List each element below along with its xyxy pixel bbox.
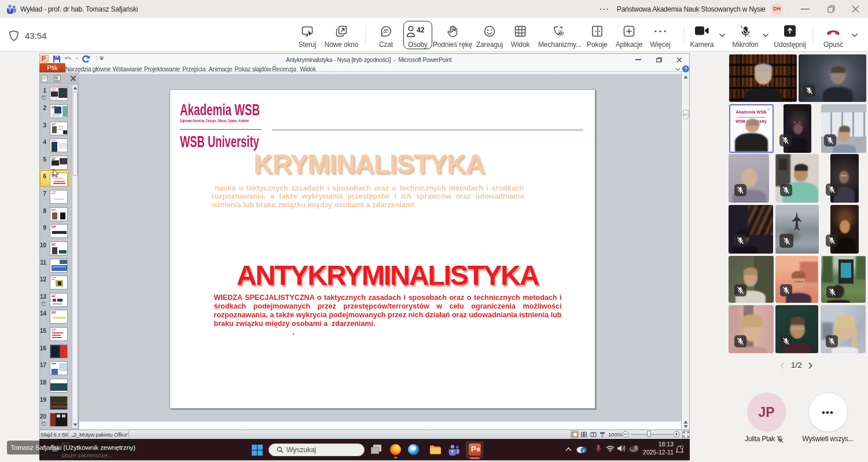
svg-text:42: 42 — [417, 26, 424, 34]
svg-text:i: i — [583, 448, 584, 453]
svg-text:T: T — [9, 8, 12, 13]
svg-text:T: T — [451, 449, 454, 454]
